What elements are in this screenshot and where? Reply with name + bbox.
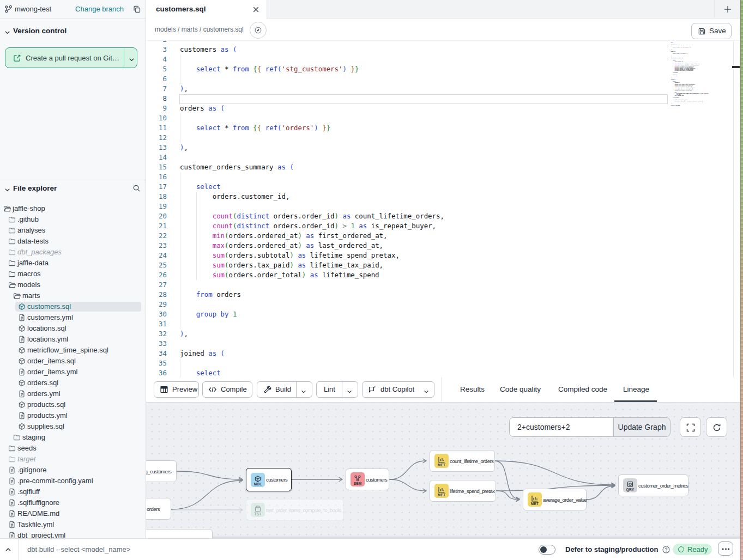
tree-item-label: orders.yml xyxy=(27,388,61,399)
tab-customers-sql[interactable]: customers.sql xyxy=(146,0,267,19)
tree-item-seeds[interactable]: seeds xyxy=(0,443,146,454)
copy-icon[interactable] xyxy=(132,5,141,14)
tree-item-readme-md[interactable]: README.md xyxy=(0,508,146,519)
file-explorer-header[interactable]: File explorer xyxy=(0,181,146,196)
lineage-search-input[interactable] xyxy=(509,417,614,437)
folder-icon xyxy=(8,216,16,223)
lineage-node-lifetime_spend_pretax[interactable]: METlifetime_spend_pretax xyxy=(430,480,496,502)
tree-item-staging[interactable]: staging xyxy=(0,432,146,443)
preview-button[interactable]: Preview xyxy=(154,381,199,398)
save-button[interactable]: Save xyxy=(691,23,732,39)
create-pull-request-label: Create a pull request on Git… xyxy=(26,48,119,68)
lineage-node-customers_model[interactable]: MDLcustomers xyxy=(246,468,292,491)
lineage-node-orders[interactable]: MDLorders xyxy=(146,498,171,520)
lint-button[interactable]: Lint xyxy=(316,381,358,398)
create-pull-request-button[interactable]: Create a pull request on Git… xyxy=(5,47,137,68)
tree-item-label: jaffle-data xyxy=(17,258,49,269)
lineage-node-partial_node[interactable] xyxy=(146,529,213,538)
tree-item-label: .gitignore xyxy=(17,465,46,476)
tree-item-taskfile-yml[interactable]: Taskfile.yml xyxy=(0,519,146,530)
model-icon xyxy=(18,325,26,332)
fullscreen-button[interactable] xyxy=(680,417,701,437)
lineage-node-label: average_order_value xyxy=(543,489,587,510)
tree-item-order-items-yml[interactable]: order_items.yml xyxy=(0,367,146,378)
change-branch-link[interactable]: Change branch xyxy=(75,0,124,19)
copilot-dropdown-caret-icon[interactable] xyxy=(424,387,429,392)
lint-dropdown-caret-icon[interactable] xyxy=(347,387,352,392)
tree-item-label: .pre-commit-config.yaml xyxy=(17,476,93,486)
command-input[interactable]: dbt build --select <model_name> xyxy=(27,539,130,560)
tab-code-quality[interactable]: Code quality xyxy=(500,378,541,401)
tree-item--github[interactable]: .github xyxy=(0,214,146,225)
pr-dropdown-caret-icon[interactable] xyxy=(129,55,135,61)
build-button[interactable]: Build xyxy=(257,381,312,398)
file-icon xyxy=(8,532,16,538)
lineage-node-stg_customers[interactable]: MDLstg_customers xyxy=(146,460,177,482)
version-control-header[interactable]: Version control xyxy=(0,24,146,38)
tree-item-customers-yml[interactable]: customers.yml xyxy=(0,312,146,323)
tree-item-customers-sql[interactable]: customers.sql xyxy=(0,301,146,312)
lineage-node-label: customer_order_metrics xyxy=(638,475,688,496)
more-options-button[interactable] xyxy=(718,541,733,556)
lineage-node-customers_sem[interactable]: SEMcustomers xyxy=(346,468,389,490)
tree-item-jaffle-shop[interactable]: jaffle-shop xyxy=(0,203,146,214)
tree-item-marts[interactable]: marts xyxy=(0,290,146,301)
preview-label: Preview xyxy=(172,382,197,397)
editor-toolbar: Preview Compile Build Lint dbt Copilot R xyxy=(146,378,743,403)
tree-item-products-sql[interactable]: products.sql xyxy=(0,399,146,410)
search-icon[interactable] xyxy=(132,184,141,192)
build-dropdown-caret-icon[interactable] xyxy=(301,387,306,392)
lineage-panel[interactable]: MDLstg_customersMDLordersMDLcustomersSEM… xyxy=(146,403,743,538)
tree-item-label: supplies.sql xyxy=(27,421,64,432)
tree-item-locations-sql[interactable]: locations.sql xyxy=(0,323,146,334)
tree-item-data-tests[interactable]: data-tests xyxy=(0,236,146,247)
tree-item-locations-yml[interactable]: locations.yml xyxy=(0,334,146,345)
tree-item-dbt-project-yml[interactable]: dbt_project.yml xyxy=(0,530,146,538)
minimap[interactable]: with customers as ( select * from {{ ref… xyxy=(671,42,718,106)
lineage-node-customer_order_metrics[interactable]: QRYcustomer_order_metrics xyxy=(618,474,688,496)
editor-scrollbar-thumb[interactable] xyxy=(732,66,740,68)
help-icon[interactable] xyxy=(662,546,670,553)
tab-compiled-code[interactable]: Compiled code xyxy=(558,378,607,401)
tree-item-products-yml[interactable]: products.yml xyxy=(0,410,146,421)
new-tab-plus-icon[interactable] xyxy=(724,5,732,13)
tree-item-order-items-sql[interactable]: order_items.sql xyxy=(0,356,146,367)
tree-item-macros[interactable]: macros xyxy=(0,269,146,279)
ready-label: Ready xyxy=(687,544,708,555)
refresh-button[interactable] xyxy=(706,417,727,437)
tree-item-analyses[interactable]: analyses xyxy=(0,225,146,236)
tree-item--gitignore[interactable]: .gitignore xyxy=(0,465,146,476)
tree-item--sqlfluff[interactable]: .sqlfluff xyxy=(0,486,146,497)
file-icon xyxy=(18,314,26,321)
tree-item-metricflow-time-spine-sql[interactable]: metricflow_time_spine.sql xyxy=(0,345,146,356)
lineage-node-average_order_value[interactable]: METaverage_order_value xyxy=(523,489,587,510)
tree-item-jaffle-data[interactable]: jaffle-data xyxy=(0,258,146,269)
copilot-icon xyxy=(368,385,377,394)
tree-item--sqlfluffignore[interactable]: .sqlfluffignore xyxy=(0,497,146,508)
lineage-node-label: stg_customers xyxy=(146,461,171,482)
tree-item-dbt-packages[interactable]: dbt_packages xyxy=(0,247,146,258)
tree-item-orders-sql[interactable]: orders.sql xyxy=(0,378,146,388)
defer-toggle[interactable] xyxy=(539,545,555,555)
compile-button[interactable]: Compile xyxy=(202,381,252,398)
compass-button[interactable] xyxy=(250,22,267,39)
dbt-copilot-button[interactable]: dbt Copilot xyxy=(362,381,434,398)
update-graph-button[interactable]: Update Graph xyxy=(613,417,670,437)
lineage-node-count_lifetime_orders[interactable]: METcount_lifetime_orders xyxy=(430,450,495,472)
model-icon xyxy=(18,423,26,430)
tree-item-models[interactable]: models xyxy=(0,279,146,290)
defer-label: Defer to staging/production xyxy=(565,539,658,560)
tree-item-orders-yml[interactable]: orders.yml xyxy=(0,388,146,399)
code-editor[interactable]: 1234567891011121314151617181920212223242… xyxy=(146,41,743,378)
tab-results[interactable]: Results xyxy=(460,378,485,401)
active-tab-underline xyxy=(614,400,657,402)
chevron-up-icon[interactable] xyxy=(4,546,12,553)
tab-lineage[interactable]: Lineage xyxy=(623,378,649,401)
lineage-node-test_node[interactable]: TSTtest_order_items_compute_to_bools… xyxy=(246,499,344,521)
tree-item-supplies-sql[interactable]: supplies.sql xyxy=(0,421,146,432)
tree-item--pre-commit-config-yaml[interactable]: .pre-commit-config.yaml xyxy=(0,476,146,486)
tree-item-target[interactable]: target xyxy=(0,454,146,465)
tree-item-label: Taskfile.yml xyxy=(17,519,54,530)
close-icon[interactable] xyxy=(252,5,259,13)
copilot-label: dbt Copilot xyxy=(380,382,414,397)
